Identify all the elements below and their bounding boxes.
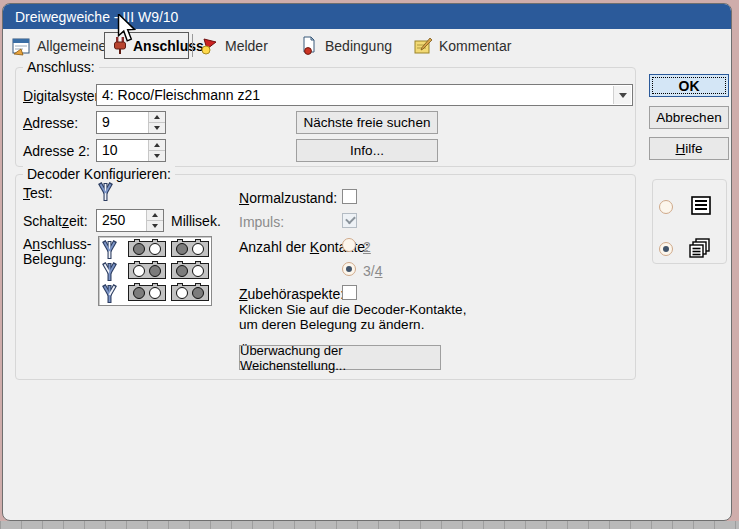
decoder-hint-line1: Klicken Sie auf die Decoder-Kontakte,	[239, 302, 466, 317]
info-button[interactable]: Info...	[296, 139, 438, 162]
schaltzeit-label: Schaltzeit:	[23, 213, 88, 229]
ueberwachung-button[interactable]: Überwachung der Weichenstellung...	[239, 345, 441, 370]
turnout-icon[interactable]	[98, 181, 113, 202]
decoder-contact[interactable]	[192, 287, 204, 299]
tab-label: Kommentar	[439, 38, 511, 54]
turnout-icon[interactable]	[102, 261, 117, 282]
digitalsystem-value: 4: Roco/Fleischmann z21	[102, 87, 260, 103]
spinner-down-icon[interactable]	[147, 221, 163, 231]
view-stack-radio[interactable]	[659, 242, 673, 256]
condition-icon	[299, 36, 319, 56]
zubehoeraspekte-label: Zubehöraspekte:	[239, 286, 344, 302]
decoder-contact[interactable]	[133, 287, 145, 299]
tab-label: Allgemeines	[37, 38, 113, 54]
decoder-contact-block[interactable]	[171, 285, 209, 301]
adresse2-value: 10	[102, 142, 118, 158]
decoder-contact-block[interactable]	[171, 263, 209, 279]
stack-view-icon	[687, 236, 713, 262]
chevron-down-icon[interactable]	[613, 86, 631, 104]
decoder-contact[interactable]	[133, 265, 145, 277]
impuls-checkbox	[342, 213, 357, 228]
tab-allgemeines[interactable]: Allgemeines	[11, 32, 113, 59]
decoder-contact-block[interactable]	[171, 241, 209, 257]
decoder-contact[interactable]	[192, 265, 204, 277]
decoder-contact[interactable]	[176, 287, 188, 299]
decoder-contact[interactable]	[133, 243, 145, 255]
belegung-panel[interactable]	[98, 236, 212, 306]
decoder-contact[interactable]	[176, 265, 188, 277]
adresse2-label: Adresse 2:	[23, 143, 90, 159]
kontakte-2-label: 2	[363, 239, 371, 255]
group-decoder-title: Decoder Konfigurieren:	[23, 166, 175, 182]
naechste-freie-suchen-button[interactable]: Nächste freie suchen	[296, 111, 438, 134]
adresse-value: 9	[102, 114, 110, 130]
tab-label: Melder	[225, 38, 268, 54]
zubehoeraspekte-checkbox[interactable]	[342, 285, 357, 300]
hilfe-button[interactable]: Hilfe	[649, 137, 729, 160]
test-turnout-icon[interactable]	[98, 181, 113, 205]
background-taskbar-strip	[0, 521, 739, 529]
view-list-radio[interactable]	[659, 200, 673, 214]
normalzustand-label: Normalzustand:	[239, 190, 337, 206]
belegung-label-1: Anschluss-	[23, 236, 92, 252]
decoder-contact-block[interactable]	[128, 285, 166, 301]
belegung-row	[99, 260, 211, 282]
spinner-up-icon[interactable]	[149, 112, 165, 123]
decoder-contact[interactable]	[149, 243, 161, 255]
tab-divider	[192, 34, 193, 57]
turnout-icon[interactable]	[102, 239, 117, 260]
digitalsystem-combobox[interactable]: 4: Roco/Fleischmann z21	[96, 84, 633, 106]
test-label: Test:	[23, 185, 53, 201]
ok-button[interactable]: OK	[649, 74, 729, 97]
group-anschluss-title: Anschluss:	[23, 59, 99, 75]
tab-bedingung[interactable]: Bedingung	[299, 32, 392, 59]
tab-label: Anschluss	[133, 38, 204, 54]
turnout-icon[interactable]	[102, 283, 117, 304]
tab-melder[interactable]: Melder	[199, 32, 268, 59]
tab-kommentar[interactable]: Kommentar	[413, 32, 511, 59]
decoder-hint-line2: um deren Belegung zu ändern.	[239, 317, 424, 332]
adresse-label: Adresse:	[23, 115, 78, 131]
spinner-down-icon[interactable]	[149, 123, 165, 133]
decoder-contact[interactable]	[192, 243, 204, 255]
spinner-down-icon[interactable]	[149, 151, 165, 161]
kontakte-2-radio[interactable]	[342, 238, 356, 252]
decoder-contact[interactable]	[149, 265, 161, 277]
window-title: Dreiwegweiche - III W9/10	[15, 9, 178, 25]
normalzustand-checkbox[interactable]	[342, 189, 357, 204]
schaltzeit-spinner[interactable]: 250	[96, 209, 164, 232]
adresse2-spinner[interactable]: 10	[96, 139, 166, 162]
decoder-contact[interactable]	[176, 243, 188, 255]
decoder-contact-block[interactable]	[128, 241, 166, 257]
impuls-label: Impuls:	[239, 214, 284, 230]
titlebar[interactable]: Dreiwegweiche - III W9/10	[3, 4, 731, 29]
spinner-up-icon[interactable]	[147, 210, 163, 221]
decoder-contact[interactable]	[149, 287, 161, 299]
tab-label: Bedingung	[325, 38, 392, 54]
belegung-row	[99, 238, 211, 260]
properties-icon	[11, 36, 31, 56]
millisek-label: Millisek.	[171, 213, 221, 229]
abbrechen-button[interactable]: Abbrechen	[649, 106, 729, 129]
indicator-icon	[199, 36, 219, 56]
dialog-dreiwegweiche: Dreiwegweiche - III W9/10 Allgemeines An…	[2, 3, 732, 521]
belegung-row	[99, 282, 211, 304]
list-view-icon	[690, 195, 712, 217]
kontakte-34-radio[interactable]	[342, 262, 356, 276]
schaltzeit-value: 250	[102, 212, 125, 228]
comment-icon	[413, 36, 433, 56]
kontakte-34-label: 3/4	[363, 263, 382, 279]
spinner-up-icon[interactable]	[149, 140, 165, 151]
mouse-cursor-icon	[117, 14, 136, 46]
decoder-contact-block[interactable]	[128, 263, 166, 279]
belegung-label-2: Belegung:	[23, 251, 86, 267]
adresse-spinner[interactable]: 9	[96, 111, 166, 134]
